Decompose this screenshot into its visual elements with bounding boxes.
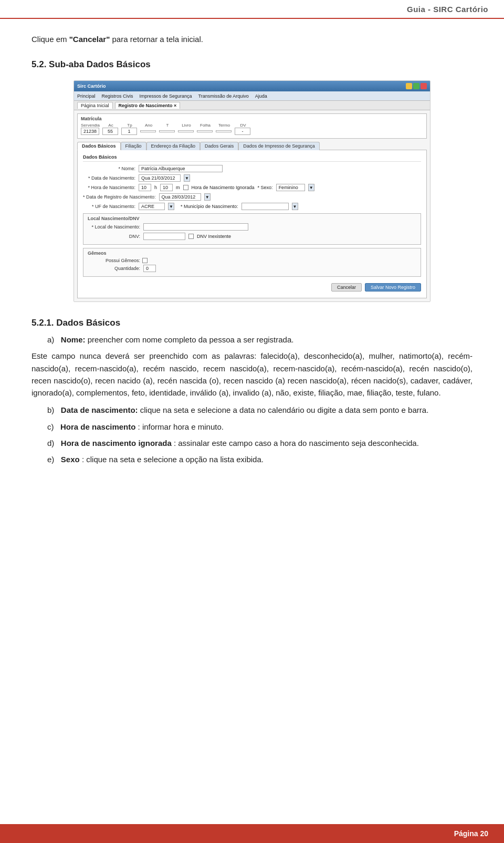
matricula-section: Matrícula Servendia Ac Tp Ano T Livro Fo… (77, 113, 427, 139)
inner-tab-dados-impresso[interactable]: Dados de Impresso de Segurança (238, 142, 320, 150)
label-dnv-inexistente: DNV Inexistente (197, 234, 231, 239)
label-local-nasc: Local de Nascimento: (88, 224, 140, 230)
section-521-heading: 5.2.1. Dados Básicos (32, 318, 472, 328)
inner-tab-filiacao[interactable]: Filiação (121, 142, 146, 150)
intro-text-before: Clique em (32, 35, 69, 44)
input-sexo[interactable]: Feminino (276, 184, 305, 191)
list-items-be: b) Data de nascimento: clique na seta e … (47, 404, 472, 465)
menu-transmissao[interactable]: Transmissão de Arquivo (198, 93, 249, 99)
list-items: a) Nome: preencher com nome completo da … (47, 334, 472, 346)
label-data-reg: Data de Registro de Nascimento: (83, 194, 156, 200)
matricula-values-row: 21238 55 1 - (81, 128, 423, 135)
input-municipio[interactable] (242, 203, 289, 210)
section-52-heading: 5.2. Sub-aba Dados Básicos (32, 59, 472, 70)
header-bar: Guia - SIRC Cartório (0, 0, 504, 19)
input-nome[interactable]: Patrícia Albuquerque (139, 165, 223, 172)
btn-row: Cancelar Salvar Novo Registro (83, 281, 421, 294)
val-termo (216, 130, 232, 132)
matricula-label: Matrícula (81, 116, 423, 121)
input-uf[interactable]: ACRE (139, 203, 165, 210)
col-t: T (160, 123, 175, 128)
win-minimize-btn[interactable] (406, 83, 412, 89)
val-dv: - (235, 128, 250, 135)
item-b: b) Data de nascimento: clique na seta e … (47, 404, 472, 416)
label-dnv: DNV: (88, 234, 140, 239)
unit-h: h (154, 185, 157, 190)
tab-pagina-inicial[interactable]: Página Inicial (77, 102, 113, 109)
dados-basicos-label: Dados Básicos (83, 154, 421, 162)
item-d-prefix: d) (47, 439, 59, 447)
menu-impressos[interactable]: Impressos de Segurança (140, 93, 192, 99)
checkbox-hora-ignorada[interactable] (183, 185, 188, 190)
label-quantidade: Quantidade: (88, 266, 140, 271)
dropdown-uf[interactable]: ▼ (168, 203, 174, 210)
save-button[interactable]: Salvar Novo Registro (365, 283, 421, 292)
item-a-bold: Nome: (61, 335, 86, 344)
item-d-text: : assinalar este campo caso a hora do na… (174, 439, 419, 447)
item-c-text: : informar hora e minuto. (138, 422, 224, 431)
dropdown-data-reg[interactable]: ▼ (204, 193, 211, 201)
inner-tab-endereco[interactable]: Endereço da Filiação (146, 142, 201, 150)
item-d-bold: Hora de nascimento ignorada (61, 439, 172, 447)
inner-tabs: Dados Básicos Filiação Endereço da Filia… (77, 142, 427, 150)
item-a: a) Nome: preencher com nome completo da … (47, 334, 472, 346)
checkbox-possui-gemeos[interactable] (142, 258, 148, 263)
row-possui-gemeos: Possui Gêmeos: (88, 258, 416, 263)
item-b-bold: Data de nascimento: (61, 405, 138, 414)
dropdown-sexo[interactable]: ▼ (308, 184, 314, 191)
win-menubar: Principal Registros Civis Impressos de S… (74, 91, 430, 101)
input-data-nasc[interactable]: Qua 21/03/2012 (139, 174, 181, 182)
item-e-prefix: e) (47, 455, 59, 464)
tab-registro-nascimento[interactable]: Registro de Nascimento × (115, 102, 181, 109)
input-local-nasc[interactable] (143, 223, 248, 231)
item-a-text: preencher com nome completo da pessoa a … (88, 335, 294, 344)
header-title: Guia - SIRC Cartório (407, 5, 488, 14)
item-e: e) Sexo : clique na seta e selecione a o… (47, 453, 472, 465)
menu-ajuda[interactable]: Ajuda (255, 93, 267, 99)
item-e-text: : clique na seta e selecione a opção na … (82, 455, 264, 464)
col-livro: Livro (178, 123, 194, 128)
win-maximize-btn[interactable] (413, 83, 419, 89)
input-minuto[interactable]: 10 (160, 184, 173, 191)
item-b-prefix: b) (47, 405, 59, 414)
win-body: Matrícula Servendia Ac Tp Ano T Livro Fo… (74, 110, 430, 301)
row-quantidade: Quantidade: 0 (88, 265, 416, 272)
item-c-prefix: c) (47, 422, 58, 431)
unit-m: m (176, 185, 180, 190)
col-folha: Folha (197, 123, 213, 128)
checkbox-dnv-inexistente[interactable] (188, 234, 194, 239)
win-title-text: Sirc Cartório (77, 84, 106, 89)
col-termo: Termo (216, 123, 232, 128)
val-livro (178, 130, 194, 132)
body-text-forbidden-words: Este campo nunca deverá ser preenchido c… (32, 350, 472, 399)
win-close-btn[interactable] (421, 83, 427, 89)
cancel-button[interactable]: Cancelar (331, 283, 362, 292)
dropdown-data-nasc[interactable]: ▼ (184, 174, 190, 182)
label-possui-gemeos: Possui Gêmeos: (88, 258, 140, 263)
col-dv: DV (235, 123, 251, 128)
col-headers: Servendia Ac Tp Ano T Livro Folha Termo … (81, 123, 423, 128)
menu-principal[interactable]: Principal (77, 93, 96, 99)
inner-tab-dados-gerais[interactable]: Dados Gerais (200, 142, 238, 150)
input-hora[interactable]: 10 (139, 184, 151, 191)
input-quantidade[interactable]: 0 (143, 265, 156, 272)
label-data-nasc: Data de Nascimento: (83, 175, 135, 181)
col-tp: Tp (122, 123, 138, 128)
win-controls (406, 83, 427, 89)
inner-tab-dados-basicos[interactable]: Dados Básicos (77, 142, 121, 150)
item-a-prefix: a) (47, 335, 59, 344)
item-c-bold: Hora de nascimento (60, 422, 135, 431)
val-tp: 1 (121, 128, 137, 135)
dropdown-municipio[interactable]: ▼ (292, 203, 298, 210)
item-e-bold: Sexo (61, 455, 80, 464)
item-b-text: clique na seta e selecione a data no cal… (140, 405, 429, 414)
input-dnv[interactable] (143, 233, 185, 240)
label-nome: Nome: (83, 166, 135, 171)
item-c: c) Hora de nascimento : informar hora e … (47, 421, 472, 433)
val-folha (197, 130, 213, 132)
menu-registros-civis[interactable]: Registros Civis (102, 93, 133, 99)
input-data-reg[interactable]: Qua 28/03/2012 (159, 193, 201, 201)
val-t (159, 130, 175, 132)
label-sexo: * Sexo: (258, 185, 273, 190)
local-nasc-section: Local Nascimento/DNV Local de Nascimento… (83, 213, 421, 245)
